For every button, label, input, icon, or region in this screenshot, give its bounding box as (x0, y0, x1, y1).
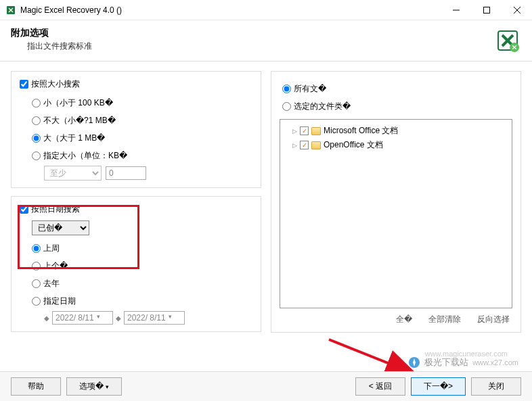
size-medium-label: 不大（小�?1 MB� (43, 115, 116, 126)
date-lastweek-label: 上周 (43, 243, 60, 254)
tree-checkbox[interactable]: ✓ (300, 126, 309, 135)
date-from-icon: ◆ (44, 314, 49, 322)
filetype-group: 所有文� 选定的文件类� ▷ ✓ Microsoft Office 文档 ▷ ✓… (271, 71, 521, 333)
excel-icon (494, 27, 521, 54)
size-search-checkbox[interactable] (20, 80, 28, 89)
clear-all-link[interactable]: 全部清除 (428, 314, 461, 325)
date-type-select[interactable]: 已创� (32, 220, 89, 235)
options-button[interactable]: 选项� (66, 377, 122, 396)
size-condition-select[interactable]: 至少 (44, 166, 102, 181)
date-to-input[interactable]: 2022/ 8/11 ▾ (124, 311, 185, 325)
site-logo-icon (408, 356, 420, 369)
size-search-label: 按照大小搜索 (31, 78, 80, 90)
page-title: 附加选项 (11, 27, 92, 39)
date-search-checkbox[interactable] (20, 205, 28, 214)
size-small-label: 小（小于 100 KB� (43, 97, 113, 109)
tree-expand-icon[interactable]: ▷ (292, 128, 297, 135)
date-search-group: 按照日期搜索 已创� 上周 上个� 去年 指定日期 (11, 196, 261, 332)
content-area: 按照大小搜索 小（小于 100 KB� 不大（小�?1 MB� 大（大于 1 M… (0, 62, 532, 342)
selected-types-label: 选定的文件类� (294, 101, 351, 112)
window-controls (441, 0, 532, 20)
date-lastmonth-label: 上个� (43, 260, 68, 272)
tree-checkbox[interactable]: ✓ (300, 141, 309, 149)
maximize-button[interactable] (471, 0, 502, 20)
app-icon (5, 5, 16, 16)
wizard-header: 附加选项 指出文件搜索标准 (0, 20, 532, 62)
invert-link[interactable]: 反向选择 (477, 314, 510, 325)
date-lastweek-radio[interactable] (32, 244, 41, 253)
tree-label: OpenOffice 文档 (324, 139, 383, 151)
tree-label: Microsoft Office 文档 (324, 125, 398, 137)
close-button[interactable] (502, 0, 532, 20)
back-button[interactable]: < 返回 (355, 377, 405, 396)
date-lastyear-label: 去年 (43, 278, 60, 289)
window-title: Magic Excel Recovery 4.0 () (20, 5, 441, 15)
size-value-input[interactable] (106, 166, 146, 180)
tree-actions: 全� 全部清除 反向选择 (280, 314, 512, 325)
size-large-label: 大（大于 1 MB� (43, 133, 105, 144)
cancel-button[interactable]: 关闭 (471, 377, 521, 396)
tree-item-openoffice[interactable]: ▷ ✓ OpenOffice 文档 (284, 138, 508, 152)
filetype-tree[interactable]: ▷ ✓ Microsoft Office 文档 ▷ ✓ OpenOffice 文… (280, 119, 512, 308)
selected-types-radio[interactable] (282, 102, 291, 111)
svg-line-8 (329, 339, 410, 372)
date-custom-radio[interactable] (32, 297, 41, 306)
size-custom-label: 指定大小（单位：KB� (43, 150, 127, 162)
size-large-radio[interactable] (32, 134, 41, 143)
folder-icon (311, 141, 321, 149)
page-subtitle: 指出文件搜索标准 (27, 41, 92, 52)
date-to-icon: ◆ (116, 314, 121, 322)
watermark-site: 极光下载站 www.x27.com (408, 356, 518, 369)
date-custom-label: 指定日期 (43, 296, 76, 307)
date-lastyear-radio[interactable] (32, 279, 41, 288)
minimize-button[interactable] (441, 0, 471, 20)
help-button[interactable]: 帮助 (11, 377, 61, 396)
size-medium-radio[interactable] (32, 116, 41, 125)
date-search-label: 按照日期搜索 (31, 204, 80, 215)
tree-item-msoffice[interactable]: ▷ ✓ Microsoft Office 文档 (284, 124, 508, 138)
titlebar: Magic Excel Recovery 4.0 () (0, 0, 532, 20)
next-button[interactable]: 下一�> (411, 377, 466, 396)
date-from-input[interactable]: 2022/ 8/11 ▾ (52, 311, 113, 325)
all-files-label: 所有文� (294, 83, 326, 95)
size-search-group: 按照大小搜索 小（小于 100 KB� 不大（小�?1 MB� 大（大于 1 M… (11, 71, 261, 188)
footer-bar: 帮助 选项� < 返回 下一�> 关闭 (0, 371, 532, 401)
size-custom-radio[interactable] (32, 151, 41, 160)
select-all-link[interactable]: 全� (396, 314, 412, 325)
date-lastmonth-radio[interactable] (32, 262, 41, 270)
svg-rect-2 (483, 7, 489, 13)
tree-expand-icon[interactable]: ▷ (292, 142, 297, 149)
size-small-radio[interactable] (32, 99, 41, 108)
all-files-radio[interactable] (282, 85, 291, 93)
folder-icon (311, 127, 321, 135)
